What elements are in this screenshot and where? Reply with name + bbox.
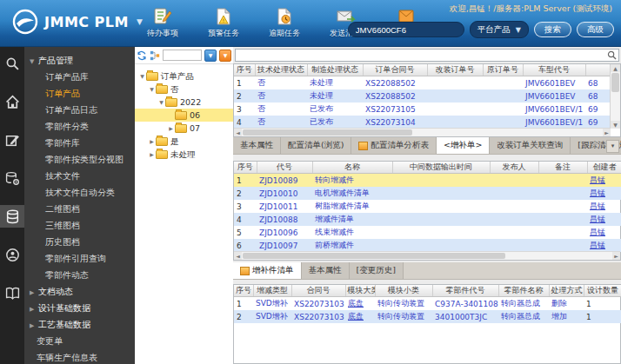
column-header[interactable]: 备注 [538, 162, 587, 174]
cell[interactable]: 69 [585, 116, 611, 129]
column-header[interactable]: 模块大类 [345, 285, 375, 297]
warning-tasks-button[interactable]: ! 预警任务 [200, 7, 247, 39]
tab-配置清单(浏览)[interactable]: 配置清单(浏览) [281, 137, 351, 154]
table-row[interactable]: 3否已发布XS22073105JMV6601BEV/169 [234, 103, 611, 116]
menu-item-零部件分类[interactable]: 零部件分类 [24, 118, 135, 135]
cell[interactable]: 昌锰 [587, 239, 621, 252]
column-header[interactable] [585, 64, 611, 76]
cell[interactable]: 转向传动装置 [375, 297, 432, 311]
orders-vertical-scrollbar[interactable]: ▲ ▼ [610, 64, 620, 129]
cell[interactable]: XS22073105 [363, 103, 427, 116]
menu-group-设计基础数据[interactable]: ▶设计基础数据 [24, 300, 135, 316]
column-header[interactable]: 中间数据输出时间 [392, 162, 490, 174]
scroll-right-arrow-icon[interactable]: ► [612, 252, 620, 260]
tree-filter-input[interactable] [163, 50, 202, 61]
tree-search-button[interactable]: ▼ [204, 50, 217, 62]
menu-group-文档动态[interactable]: ▶文档动态 [24, 283, 135, 300]
cell[interactable]: JMV6601BEV/1 [523, 116, 585, 129]
table-row[interactable]: 5ZJD10096线束增减件昌锰 [234, 226, 621, 239]
supplement-horizontal-scrollbar[interactable]: ◄ ► [234, 251, 620, 260]
expander-closed-icon[interactable]: ▶ [148, 148, 156, 161]
scroll-down-arrow-icon[interactable]: ▼ [611, 121, 620, 129]
cell[interactable]: ZJD10096 [257, 226, 312, 239]
cell[interactable]: 树脂增减件清单 [312, 200, 392, 213]
menu-item-历史图档[interactable]: 历史图档 [24, 234, 135, 250]
cell[interactable]: 已发布 [307, 116, 363, 129]
cell[interactable]: XS22073104 [363, 116, 427, 129]
table-row[interactable]: 3ZJD10011树脂增减件清单昌锰 [234, 200, 621, 213]
expander-closed-icon[interactable]: ▶ [167, 122, 175, 135]
tab-overflow-button[interactable]: ▾ [606, 140, 619, 153]
cell[interactable]: ZJD10097 [257, 239, 312, 252]
table-row[interactable]: 1否未处理XS22088502JMV6601BEV68 [234, 76, 611, 90]
tab-配置清单分析表[interactable]: 配置清单分析表 [351, 137, 437, 154]
column-header[interactable]: 技术处理状态 [255, 64, 307, 76]
cell[interactable]: SVD增补 [253, 297, 291, 311]
todo-items-button[interactable]: 待办事项 [139, 7, 186, 39]
menu-item-技术文件[interactable]: 技术文件 [24, 168, 135, 184]
cell[interactable]: JMV6601BEV [523, 76, 585, 90]
cell[interactable]: XS22073103 [291, 297, 345, 311]
cell[interactable]: 否 [255, 89, 307, 103]
tab-[变更历史][interactable]: [变更历史] [350, 262, 404, 279]
menu-item-订单产品[interactable]: 订单产品 [24, 85, 135, 102]
cell[interactable]: XS22088502 [363, 76, 427, 90]
cell[interactable]: 昌锰 [587, 226, 621, 239]
menu-item-三维图档[interactable]: 三维图档 [24, 217, 135, 234]
cell[interactable]: JMV6601BEV [523, 89, 585, 103]
column-header[interactable]: 增减类型 [253, 285, 291, 297]
edit-icon[interactable] [0, 129, 24, 151]
scrollbar-thumb[interactable] [611, 73, 619, 92]
table-row[interactable]: 4否已发布XS22073104JMV6601BEV/169 [234, 116, 611, 129]
advanced-search-button[interactable]: 高级 [577, 22, 614, 37]
tree-node-是[interactable]: ▶是 [135, 135, 233, 148]
column-header[interactable]: 序号 [234, 64, 255, 76]
table-row[interactable]: 2否未处理XS22088502JMV6601BEV68 [234, 89, 611, 103]
scrollbar-thumb[interactable] [243, 253, 505, 259]
cell[interactable]: 昌锰 [587, 213, 621, 226]
table-row[interactable]: 2SVD增补XS22073103底盘转向传动装置3401000T3JC转向器总成… [234, 310, 621, 323]
cell[interactable]: 转向增减件 [312, 174, 392, 188]
cell[interactable]: 转向传动装置 [375, 310, 432, 323]
home-icon[interactable] [0, 90, 24, 113]
cell[interactable]: 转向器总成 [498, 297, 549, 311]
support-agent-icon[interactable] [0, 243, 24, 266]
column-header[interactable]: 处理方式 [549, 285, 584, 297]
column-header[interactable]: 合同号 [291, 285, 345, 297]
menu-group-产品管理[interactable]: ▼产品管理 [24, 52, 135, 69]
expander-open-icon[interactable]: ▼ [138, 69, 146, 83]
menu-item-订单产品日志[interactable]: 订单产品日志 [24, 102, 135, 118]
cell[interactable]: 前桥增减件 [312, 239, 392, 252]
scroll-left-arrow-icon[interactable]: ◄ [234, 252, 242, 260]
column-header[interactable]: 创建者 [587, 162, 621, 174]
column-header[interactable]: 制造处理状态 [307, 64, 363, 76]
cell[interactable]: 69 [585, 103, 611, 116]
menu-item-技术文件自动分类[interactable]: 技术文件自动分类 [24, 184, 135, 201]
menu-item-二维图档[interactable]: 二维图档 [24, 201, 135, 217]
orders-horizontal-scrollbar[interactable]: ◄ ► [234, 128, 611, 136]
cell[interactable]: 昌锰 [587, 200, 621, 213]
tab-基本属性[interactable]: 基本属性 [233, 137, 281, 154]
column-header[interactable]: 零部件代号 [432, 285, 498, 297]
menu-item-车辆生产信息表[interactable]: 车辆生产信息表 [24, 349, 135, 364]
cell[interactable]: ZJD10089 [257, 174, 312, 188]
column-header[interactable]: 序号 [234, 162, 257, 174]
column-header[interactable]: 订单合同号 [363, 64, 427, 76]
tree-node-07[interactable]: ▶07 [135, 122, 233, 135]
menu-item-零部件动态[interactable]: 零部件动态 [24, 267, 135, 283]
tree-node-未处理[interactable]: ▶未处理 [135, 148, 233, 161]
tree-node-否[interactable]: ▼否 [135, 83, 233, 96]
cell[interactable]: C937A-3401108 [432, 297, 498, 311]
column-header[interactable]: 发布人 [490, 162, 538, 174]
cell[interactable]: XS22088502 [363, 89, 427, 103]
refresh-icon[interactable] [137, 50, 147, 61]
overdue-tasks-button[interactable]: 逾期任务 [261, 7, 308, 39]
menu-group-工艺基础数据[interactable]: ▶工艺基础数据 [24, 316, 135, 333]
cell[interactable]: 电机增减件清单 [312, 187, 392, 200]
cell[interactable]: XS22073103 [291, 310, 345, 323]
expander-open-icon[interactable]: ▼ [157, 96, 165, 109]
tab-基本属性[interactable]: 基本属性 [302, 262, 350, 279]
cell[interactable]: 否 [255, 116, 307, 129]
column-header[interactable]: 零部件名称 [498, 285, 549, 297]
table-row[interactable]: 4ZJD10088增减件清单昌锰 [234, 213, 621, 226]
